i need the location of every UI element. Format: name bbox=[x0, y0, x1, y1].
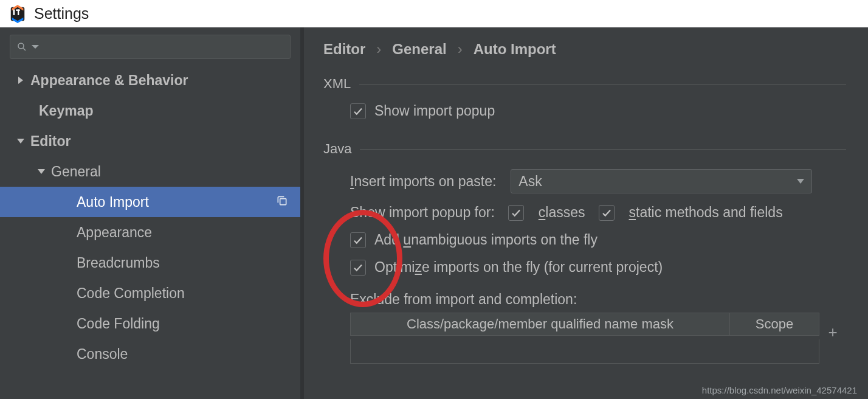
exclude-label-row: Exclude from import and completion: bbox=[323, 291, 846, 308]
add-unambiguous-row: Add unambiguous imports on the fly bbox=[323, 232, 846, 248]
svg-rect-1 bbox=[13, 9, 15, 15]
breadcrumb-general[interactable]: General bbox=[392, 41, 446, 58]
table-body[interactable] bbox=[350, 339, 819, 364]
sidebar-item-label: Editor bbox=[30, 133, 71, 150]
svg-point-4 bbox=[18, 43, 24, 49]
check-icon bbox=[601, 207, 612, 218]
copy-settings-icon[interactable] bbox=[276, 194, 288, 210]
show-import-popup-for-row: Show import popup for: classes static me… bbox=[323, 204, 846, 221]
sidebar-item-label: Breadcrumbs bbox=[77, 255, 160, 271]
sidebar-item-general[interactable]: General bbox=[0, 156, 300, 187]
sidebar-item-keymap[interactable]: Keymap bbox=[0, 95, 300, 126]
breadcrumb: Editor › General › Auto Import bbox=[323, 41, 846, 58]
search-input[interactable] bbox=[43, 40, 284, 54]
checkbox-static[interactable] bbox=[599, 205, 615, 221]
section-java: Java bbox=[323, 141, 846, 157]
sidebar-item-label: Console bbox=[77, 346, 128, 363]
divider bbox=[360, 149, 846, 150]
chevron-right-icon: › bbox=[376, 41, 381, 58]
column-scope[interactable]: Scope bbox=[729, 313, 819, 336]
chevron-down-icon bbox=[17, 139, 24, 144]
sidebar-item-breadcrumbs[interactable]: Breadcrumbs bbox=[0, 248, 300, 278]
svg-rect-3 bbox=[18, 9, 19, 15]
section-xml: XML bbox=[323, 76, 846, 92]
classes-check-wrap: classes bbox=[508, 204, 585, 221]
section-label: XML bbox=[323, 76, 351, 92]
checkbox-add-unambiguous[interactable] bbox=[350, 232, 366, 248]
static-label: static methods and fields bbox=[629, 204, 783, 221]
table-header: Class/package/member qualified name mask… bbox=[350, 313, 819, 339]
search-box[interactable] bbox=[10, 35, 291, 59]
add-button[interactable]: + bbox=[819, 319, 846, 345]
column-name[interactable]: Class/package/member qualified name mask bbox=[350, 313, 729, 336]
sidebar-item-appearance[interactable]: Appearance bbox=[0, 217, 300, 248]
sidebar-item-code-completion[interactable]: Code Completion bbox=[0, 278, 300, 308]
sidebar-item-label: Auto Import bbox=[77, 194, 149, 210]
svg-line-5 bbox=[23, 48, 26, 50]
checkbox-classes[interactable] bbox=[508, 205, 524, 221]
sidebar-item-code-folding[interactable]: Code Folding bbox=[0, 308, 300, 339]
check-icon bbox=[511, 207, 522, 218]
titlebar: Settings bbox=[0, 0, 868, 27]
settings-tree: Appearance & Behavior Keymap Editor Gene… bbox=[0, 65, 300, 399]
chevron-down-icon bbox=[38, 169, 45, 174]
xml-show-import-popup-row: Show import popup bbox=[323, 103, 846, 119]
search-icon bbox=[16, 41, 27, 52]
sidebar-item-label: General bbox=[51, 164, 101, 180]
sidebar-item-label: Appearance & Behavior bbox=[30, 72, 188, 89]
sidebar-item-editor[interactable]: Editor bbox=[0, 126, 300, 156]
breadcrumb-editor[interactable]: Editor bbox=[323, 41, 365, 58]
sidebar-item-appearance-behavior[interactable]: Appearance & Behavior bbox=[0, 65, 300, 95]
add-unambiguous-label: Add unambiguous imports on the fly bbox=[374, 232, 598, 248]
insert-imports-label: Insert imports on paste: bbox=[350, 173, 496, 190]
chevron-right-icon bbox=[18, 77, 23, 84]
optimize-imports-label: Optimize imports on the fly (for current… bbox=[374, 259, 663, 276]
optimize-imports-row: Optimize imports on the fly (for current… bbox=[323, 259, 846, 276]
xml-show-popup-label: Show import popup bbox=[374, 103, 495, 119]
sidebar-item-label: Code Completion bbox=[77, 285, 185, 302]
sidebar-item-label: Appearance bbox=[77, 224, 152, 241]
breadcrumb-auto-import: Auto Import bbox=[474, 41, 556, 58]
checkbox-optimize-imports[interactable] bbox=[350, 260, 366, 276]
static-check-wrap: static methods and fields bbox=[599, 204, 783, 221]
sidebar-item-auto-import[interactable]: Auto Import bbox=[0, 187, 300, 217]
exclude-table: Class/package/member qualified name mask… bbox=[350, 313, 846, 339]
app-icon bbox=[9, 5, 27, 23]
svg-rect-6 bbox=[280, 198, 286, 204]
divider bbox=[359, 84, 846, 85]
exclude-label: Exclude from import and completion: bbox=[350, 291, 577, 308]
sidebar-item-label: Code Folding bbox=[77, 316, 160, 332]
sidebar-item-label: Keymap bbox=[39, 103, 93, 119]
insert-imports-select[interactable]: Ask bbox=[511, 169, 812, 193]
chevron-down-icon bbox=[797, 179, 804, 184]
classes-label: classes bbox=[539, 204, 585, 221]
select-value: Ask bbox=[518, 173, 542, 190]
sidebar-item-console[interactable]: Console bbox=[0, 339, 300, 369]
settings-sidebar: Appearance & Behavior Keymap Editor Gene… bbox=[0, 27, 300, 399]
check-icon bbox=[353, 106, 363, 117]
chevron-down-icon bbox=[30, 41, 41, 52]
check-icon bbox=[353, 235, 363, 246]
insert-imports-row: Insert imports on paste: Ask bbox=[323, 169, 846, 193]
show-popup-for-label: Show import popup for: bbox=[350, 204, 495, 221]
settings-content: Editor › General › Auto Import XML Show … bbox=[304, 27, 868, 399]
section-label: Java bbox=[323, 141, 351, 157]
window-title: Settings bbox=[34, 5, 89, 23]
checkbox-xml-show-popup[interactable] bbox=[350, 103, 366, 119]
check-icon bbox=[353, 262, 363, 273]
chevron-right-icon: › bbox=[458, 41, 463, 58]
watermark: https://blog.csdn.net/weixin_42574421 bbox=[702, 385, 857, 395]
